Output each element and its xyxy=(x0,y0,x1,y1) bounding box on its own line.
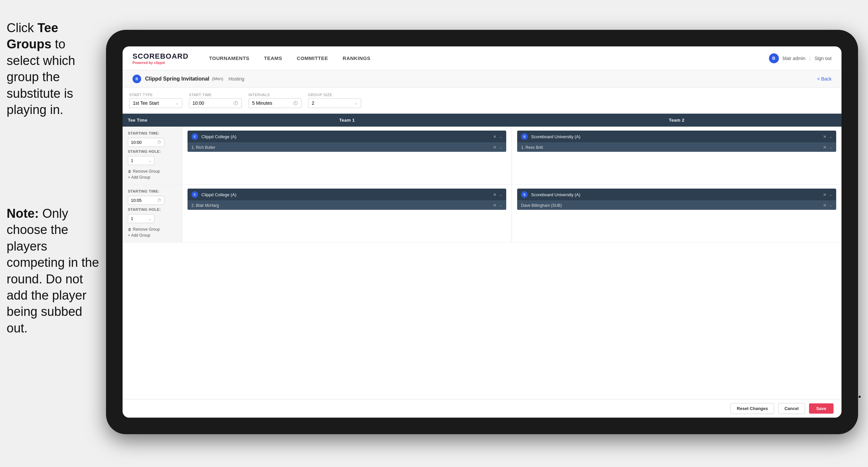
group-time-input-2[interactable]: 10:05 ⏱ xyxy=(128,196,164,205)
back-button[interactable]: < Back xyxy=(817,76,832,82)
group-left-2: STARTING TIME: 10:05 ⏱ STARTING HOLE: 1 … xyxy=(123,185,182,242)
group-size-value: 2 xyxy=(312,100,314,106)
team2-actions-1: ✕ ⌄ xyxy=(823,134,832,139)
start-type-value: 1st Tee Start xyxy=(133,100,159,106)
team1-header-2: C Clippd College (A) ✕ ⌄ xyxy=(187,188,506,201)
intervals-input[interactable]: 5 Minutes 🕙 xyxy=(248,98,302,108)
sign-out-link[interactable]: Sign out xyxy=(815,56,832,61)
intervals-label: Intervals xyxy=(248,93,302,97)
table-header: Tee Time Team 1 Team 2 xyxy=(123,114,841,126)
start-time-input[interactable]: 10:00 🕙 xyxy=(189,98,242,108)
player2-entry-1: 1. Rees Britt ✕ ⌄ xyxy=(517,143,836,152)
player1-name-1: 1. Rich Butler xyxy=(191,145,493,150)
player1-name-2: 2. Blair McHarg xyxy=(191,203,493,208)
trash-icon-1: 🗑 xyxy=(128,169,131,173)
cancel-button[interactable]: Cancel xyxy=(778,403,805,414)
player2-name-1: 1. Rees Britt xyxy=(521,145,823,150)
add-group-btn-2[interactable]: + Add Group xyxy=(128,233,177,238)
team1-entry-2: C Clippd College (A) ✕ ⌄ 2. Blair McHarg… xyxy=(187,188,506,210)
col-team1: Team 1 xyxy=(182,114,512,126)
team2-remove-btn-2[interactable]: ✕ xyxy=(823,192,827,197)
user-avatar: B xyxy=(769,53,779,63)
team2-remove-btn-1[interactable]: ✕ xyxy=(823,134,827,139)
nav-teams[interactable]: TEAMS xyxy=(257,47,289,70)
table-container: Tee Time Team 1 Team 2 STARTING TIME: 10… xyxy=(123,114,841,399)
team1-remove-btn-2[interactable]: ✕ xyxy=(493,192,497,197)
remove-group-btn-1[interactable]: 🗑 Remove Group xyxy=(128,169,177,174)
sub-header-avatar: B xyxy=(132,75,141,83)
team2-expand-btn-1[interactable]: ⌄ xyxy=(829,135,832,139)
team2-avatar-2: S xyxy=(521,191,528,198)
group-time-input-1[interactable]: 10:00 ⏱ xyxy=(128,138,164,147)
player2-remove-btn-2[interactable]: ✕ xyxy=(823,203,827,208)
team1-actions-2: ✕ ⌄ xyxy=(493,192,502,197)
tablet-screen: SCOREBOARD Powered by clippd TOURNAMENTS… xyxy=(123,47,841,418)
player1-expand-btn-2[interactable]: ⌄ xyxy=(499,203,502,207)
team2-entry-1: S Scoreboard University (A) ✕ ⌄ 1. Rees … xyxy=(517,130,836,152)
save-button[interactable]: Save xyxy=(809,403,834,414)
hosting-label: Hosting xyxy=(228,76,244,82)
group-team1-cell-2: C Clippd College (A) ✕ ⌄ 2. Blair McHarg… xyxy=(182,185,512,242)
intervals-clock: 🕙 xyxy=(293,101,298,106)
tournament-name: Clippd Spring Invitational xyxy=(145,76,209,82)
group-size-field: Group Size 2 ⌄ xyxy=(308,93,361,108)
team1-avatar-1: C xyxy=(191,133,198,140)
group-size-label: Group Size xyxy=(308,93,361,97)
team2-name-2: Scoreboard University (A) xyxy=(531,192,823,197)
note-label: Note: xyxy=(7,206,42,221)
start-time-clock: 🕙 xyxy=(233,101,238,106)
user-name: blair admin xyxy=(783,56,805,61)
group-size-input[interactable]: 2 ⌄ xyxy=(308,98,361,108)
team1-name-2: Clippd College (A) xyxy=(202,192,493,197)
start-time-field: Start Time 10:00 🕙 xyxy=(189,93,242,108)
start-time-value: 10:00 xyxy=(192,100,204,106)
player1-remove-btn-1[interactable]: ✕ xyxy=(493,145,497,150)
sub-header: B Clippd Spring Invitational (Men) Hosti… xyxy=(123,70,841,88)
settings-row: Start Type 1st Tee Start ⌄ Start Time 10… xyxy=(123,88,841,114)
reset-changes-button[interactable]: Reset Changes xyxy=(731,403,774,414)
player1-actions-2: ✕ ⌄ xyxy=(493,203,502,208)
team2-avatar-1: S xyxy=(521,133,528,140)
nav-links: TOURNAMENTS TEAMS COMMITTEE RANKINGS xyxy=(202,47,769,70)
intervals-field: Intervals 5 Minutes 🕙 xyxy=(248,93,302,108)
player2-name-2: Dave Billingham (SUB) xyxy=(521,203,823,208)
add-group-btn-1[interactable]: + Add Group xyxy=(128,175,177,180)
nav-right: B blair admin | Sign out xyxy=(769,53,832,63)
team1-remove-btn-1[interactable]: ✕ xyxy=(493,134,497,139)
team2-expand-btn-2[interactable]: ⌄ xyxy=(829,193,832,197)
player1-remove-btn-2[interactable]: ✕ xyxy=(493,203,497,208)
group-actions-2: 🗑 Remove Group + Add Group xyxy=(128,227,177,238)
player2-remove-btn-1[interactable]: ✕ xyxy=(823,145,827,150)
start-type-input[interactable]: 1st Tee Start ⌄ xyxy=(129,98,182,108)
group-size-arrow: ⌄ xyxy=(354,101,358,106)
nav-rankings[interactable]: RANKINGS xyxy=(335,47,378,70)
trash-icon-2: 🗑 xyxy=(128,227,131,231)
group-hole-input-1[interactable]: 1 ⌄ xyxy=(128,156,154,165)
player2-actions-1: ✕ ⌄ xyxy=(823,145,832,150)
player2-entry-2: Dave Billingham (SUB) ✕ ⌄ xyxy=(517,201,836,210)
logo-area: SCOREBOARD Powered by clippd xyxy=(132,52,188,65)
group-hole-input-2[interactable]: 1 ⌄ xyxy=(128,214,154,223)
team1-header-1: C Clippd College (A) ✕ ⌄ xyxy=(187,130,506,143)
group-starting-time-label-1: STARTING TIME: xyxy=(128,131,177,135)
col-team2: Team 2 xyxy=(512,114,841,126)
gender-badge: (Men) xyxy=(212,76,223,81)
nav-tournaments[interactable]: TOURNAMENTS xyxy=(202,47,257,70)
group-team1-cell-1: C Clippd College (A) ✕ ⌄ 1. Rich Butler … xyxy=(182,126,512,184)
player1-expand-btn-1[interactable]: ⌄ xyxy=(499,145,502,149)
team1-expand-btn-2[interactable]: ⌄ xyxy=(499,193,502,197)
bottom-bar: Reset Changes Cancel Save xyxy=(123,399,841,418)
logo-powered: Powered by clippd xyxy=(132,61,188,65)
intervals-value: 5 Minutes xyxy=(252,100,272,106)
remove-group-btn-2[interactable]: 🗑 Remove Group xyxy=(128,227,177,232)
team2-header-1: S Scoreboard University (A) ✕ ⌄ xyxy=(517,130,836,143)
team1-expand-btn-1[interactable]: ⌄ xyxy=(499,135,502,139)
group-left-1: STARTING TIME: 10:00 ⏱ STARTING HOLE: 1 … xyxy=(123,126,182,184)
navbar: SCOREBOARD Powered by clippd TOURNAMENTS… xyxy=(123,47,841,70)
nav-committee[interactable]: COMMITTEE xyxy=(289,47,336,70)
start-type-arrow: ⌄ xyxy=(175,101,179,106)
player2-expand-btn-1[interactable]: ⌄ xyxy=(829,145,832,149)
player2-expand-btn-2[interactable]: ⌄ xyxy=(829,203,832,207)
player1-actions-1: ✕ ⌄ xyxy=(493,145,502,150)
team1-name-1: Clippd College (A) xyxy=(202,134,493,139)
